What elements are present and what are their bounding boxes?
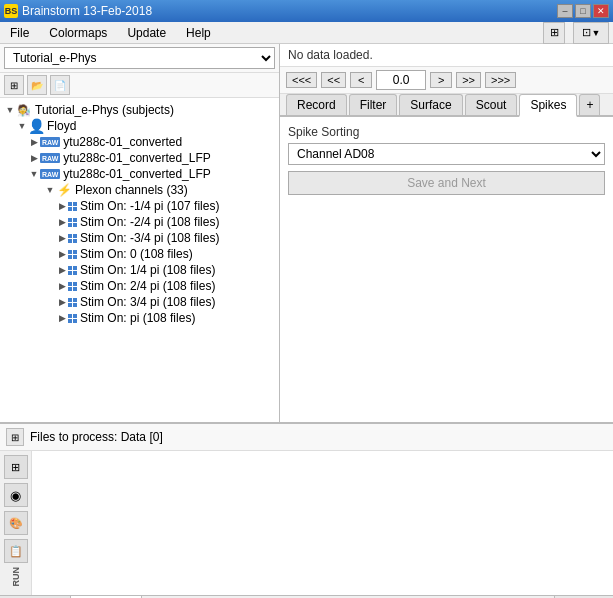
toggle-converted[interactable]: ▶ xyxy=(28,136,40,148)
process-tabs: Process1 Process2 ◄ Filter xyxy=(0,595,613,599)
tree-folder-button[interactable]: 📂 xyxy=(27,75,47,95)
tree-item-lfp1[interactable]: ▶ RAW ytu288c-01_converted_LFP xyxy=(0,150,279,166)
nav-first-button[interactable]: <<< xyxy=(286,72,317,88)
sidebar-icon-circle[interactable]: ◉ xyxy=(4,483,28,507)
subject-dropdown-row: Tutorial_e-Phys xyxy=(0,44,279,73)
toggle-plexon[interactable]: ▼ xyxy=(44,184,56,196)
spike-sorting-label: Spike Sorting xyxy=(288,125,605,139)
save-next-button[interactable]: Save and Next xyxy=(288,171,605,195)
tree-item-plexon[interactable]: ▼ ⚡ Plexon channels (33) xyxy=(0,182,279,198)
plexon-label: Plexon channels (33) xyxy=(75,183,188,197)
tree-expand-button[interactable]: ⊞ xyxy=(4,75,24,95)
run-label: RUN xyxy=(11,567,21,587)
window-controls[interactable]: – □ ✕ xyxy=(557,4,609,18)
tree-item-lfp2[interactable]: ▼ RAW ytu288c-01_converted_LFP xyxy=(0,166,279,182)
lfp1-label: ytu288c-01_converted_LFP xyxy=(63,151,210,165)
tab-add-button[interactable]: + xyxy=(579,94,600,115)
toggle-floyd[interactable]: ▼ xyxy=(16,120,28,132)
spikes-tab-content: Spike Sorting Channel AD08 Save and Next xyxy=(280,117,613,422)
bottom-panel: ⊞ Files to process: Data [0] ⊞ ◉ 🎨 📋 RUN… xyxy=(0,422,613,570)
stim-grid-icon-2 xyxy=(68,234,77,243)
stim-label-4: Stim On: 1/4 pi (108 files) xyxy=(80,263,215,277)
tree-item-stim-5[interactable]: ▶ Stim On: 2/4 pi (108 files) xyxy=(0,278,279,294)
tree-item-floyd[interactable]: ▼ 👤 Floyd xyxy=(0,118,279,134)
nav-next-button[interactable]: > xyxy=(430,72,452,88)
stim-label-7: Stim On: pi (108 files) xyxy=(80,311,195,325)
sidebar-icon-color[interactable]: 🎨 xyxy=(4,511,28,535)
menu-help[interactable]: Help xyxy=(180,24,217,42)
toggle-stim-1[interactable]: ▶ xyxy=(56,216,68,228)
tree-item-stim-1[interactable]: ▶ Stim On: -2/4 pi (108 files) xyxy=(0,214,279,230)
left-sidebar: ⊞ ◉ 🎨 📋 RUN xyxy=(0,451,32,595)
tab-record[interactable]: Record xyxy=(286,94,347,115)
subject-dropdown[interactable]: Tutorial_e-Phys xyxy=(4,47,275,69)
toggle-lfp1[interactable]: ▶ xyxy=(28,152,40,164)
tree-item-stim-7[interactable]: ▶ Stim On: pi (108 files) xyxy=(0,310,279,326)
stim-label-5: Stim On: 2/4 pi (108 files) xyxy=(80,279,215,293)
maximize-button[interactable]: □ xyxy=(575,4,591,18)
nav-prev2-button[interactable]: << xyxy=(321,72,346,88)
tab-surface[interactable]: Surface xyxy=(399,94,462,115)
navigation-row: <<< << < > >> >>> xyxy=(280,67,613,94)
bottom-main-area: ⊞ ◉ 🎨 📋 RUN xyxy=(0,451,613,595)
spike-sorting-section: Spike Sorting Channel AD08 Save and Next xyxy=(288,125,605,195)
menu-update[interactable]: Update xyxy=(121,24,172,42)
toggle-lfp2[interactable]: ▼ xyxy=(28,168,40,180)
nav-next2-button[interactable]: >> xyxy=(456,72,481,88)
tree-file-button[interactable]: 📄 xyxy=(50,75,70,95)
toolbar-layout-button[interactable]: ⊡▼ xyxy=(573,22,609,44)
sidebar-icon-grid[interactable]: ⊞ xyxy=(4,455,28,479)
tree-item-subjects[interactable]: ▼ 🧑‍🔬 Tutorial_e-Phys (subjects) xyxy=(0,102,279,118)
converted-label: ytu288c-01_converted xyxy=(63,135,182,149)
tree-item-stim-6[interactable]: ▶ Stim On: 3/4 pi (108 files) xyxy=(0,294,279,310)
sidebar-icon-doc[interactable]: 📋 xyxy=(4,539,28,563)
stim-grid-icon-3 xyxy=(68,250,77,259)
close-button[interactable]: ✕ xyxy=(593,4,609,18)
raw-badge-1: RAW xyxy=(40,137,60,147)
tab-spikes[interactable]: Spikes xyxy=(519,94,577,117)
nav-last-button[interactable]: >>> xyxy=(485,72,516,88)
nav-value-input[interactable] xyxy=(376,70,426,90)
file-tree: ▼ 🧑‍🔬 Tutorial_e-Phys (subjects) ▼ 👤 Flo… xyxy=(0,98,279,330)
toggle-stim-3[interactable]: ▶ xyxy=(56,248,68,260)
subjects-icon: 🧑‍🔬 xyxy=(16,103,32,117)
toggle-subjects[interactable]: ▼ xyxy=(4,104,16,116)
toggle-stim-5[interactable]: ▶ xyxy=(56,280,68,292)
no-data-bar: No data loaded. xyxy=(280,44,613,67)
channel-select[interactable]: Channel AD08 xyxy=(288,143,605,165)
stim-grid-icon-6 xyxy=(68,298,77,307)
stim-grid-icon-5 xyxy=(68,282,77,291)
tree-item-stim-2[interactable]: ▶ Stim On: -3/4 pi (108 files) xyxy=(0,230,279,246)
menu-bar: File Colormaps Update Help ⊞ ⊡▼ xyxy=(0,22,613,44)
stim-label-6: Stim On: 3/4 pi (108 files) xyxy=(80,295,215,309)
lfp2-label: ytu288c-01_converted_LFP xyxy=(63,167,210,181)
left-panel: Tutorial_e-Phys ⊞ 📂 📄 ▼ 🧑‍🔬 Tutorial_e-P… xyxy=(0,44,280,422)
tab-filter[interactable]: Filter xyxy=(349,94,398,115)
raw-badge-2: RAW xyxy=(40,153,60,163)
tab-scout[interactable]: Scout xyxy=(465,94,518,115)
tree-item-converted[interactable]: ▶ RAW ytu288c-01_converted xyxy=(0,134,279,150)
menu-file[interactable]: File xyxy=(4,24,35,42)
tree-item-stim-3[interactable]: ▶ Stim On: 0 (108 files) xyxy=(0,246,279,262)
subjects-label: Tutorial_e-Phys (subjects) xyxy=(35,103,174,117)
toolbar-grid-button[interactable]: ⊞ xyxy=(543,22,565,44)
app-icon: BS xyxy=(4,4,18,18)
tree-item-stim-4[interactable]: ▶ Stim On: 1/4 pi (108 files) xyxy=(0,262,279,278)
toggle-stim-4[interactable]: ▶ xyxy=(56,264,68,276)
menu-colormaps[interactable]: Colormaps xyxy=(43,24,113,42)
toggle-stim-7[interactable]: ▶ xyxy=(56,312,68,324)
stim-grid-icon-0 xyxy=(68,202,77,211)
raw-badge-3: RAW xyxy=(40,169,60,179)
stim-label-0: Stim On: -1/4 pi (107 files) xyxy=(80,199,219,213)
bottom-content-area xyxy=(32,451,613,595)
content-area: Tutorial_e-Phys ⊞ 📂 📄 ▼ 🧑‍🔬 Tutorial_e-P… xyxy=(0,44,613,422)
toggle-stim-6[interactable]: ▶ xyxy=(56,296,68,308)
nav-prev-button[interactable]: < xyxy=(350,72,372,88)
minimize-button[interactable]: – xyxy=(557,4,573,18)
stim-grid-icon-4 xyxy=(68,266,77,275)
toggle-stim-2[interactable]: ▶ xyxy=(56,232,68,244)
toggle-stim-0[interactable]: ▶ xyxy=(56,200,68,212)
main-container: Tutorial_e-Phys ⊞ 📂 📄 ▼ 🧑‍🔬 Tutorial_e-P… xyxy=(0,44,613,570)
tree-item-stim-0[interactable]: ▶ Stim On: -1/4 pi (107 files) xyxy=(0,198,279,214)
tabs-row: Record Filter Surface Scout Spikes + xyxy=(280,94,613,117)
